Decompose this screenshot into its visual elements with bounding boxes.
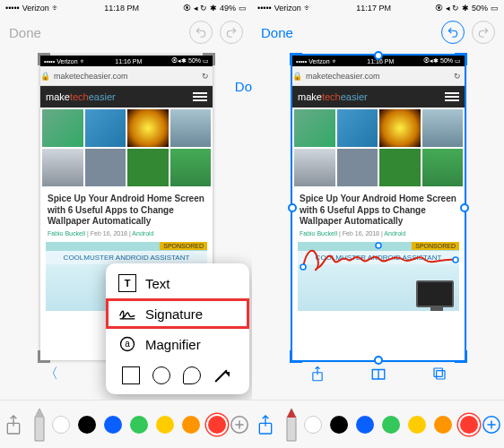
shape-square-icon[interactable] xyxy=(122,366,140,384)
add-button[interactable] xyxy=(226,415,252,435)
article-headline: Spice Up Your Android Home Screen with 6… xyxy=(48,194,205,228)
share-icon[interactable] xyxy=(310,366,325,382)
crop-handle-icon[interactable] xyxy=(290,53,302,65)
redo-button[interactable] xyxy=(220,21,243,44)
markup-top-bar: Done xyxy=(0,16,252,48)
done-button[interactable]: Done xyxy=(261,25,293,40)
shape-speech-icon[interactable] xyxy=(183,366,201,384)
thumb-pager xyxy=(292,363,465,384)
shape-arrow-icon[interactable] xyxy=(213,366,233,386)
swatch-orange[interactable] xyxy=(434,416,452,434)
crop-handle-icon[interactable] xyxy=(38,350,50,363)
color-swatches xyxy=(304,416,478,434)
screenshot-thumbnail[interactable]: ••••• Verizon ᯤ11:16 PM⦿◂✱ 50% ▭ 🔒makete… xyxy=(292,56,465,360)
swatch-white[interactable] xyxy=(304,416,322,434)
ios-status-bar: •••••Verizonᯤ 11:18 PM ⦿ ◂ ↻ ✱49%▭ xyxy=(0,0,252,16)
swatch-black[interactable] xyxy=(78,416,96,434)
pen-tool[interactable] xyxy=(278,407,304,443)
shape-circle-icon[interactable] xyxy=(152,366,170,384)
swatch-green[interactable] xyxy=(382,416,400,434)
article-block: Spice Up Your Android Home Screen with 6… xyxy=(292,188,465,238)
swatch-blue[interactable] xyxy=(356,416,374,434)
screenshot-right: •••••Verizonᯤ 11:17 PM ⦿ ◂ ↻ ✱50%▭ Done … xyxy=(252,0,504,448)
hamburger-icon xyxy=(193,92,207,101)
article-block: Spice Up Your Android Home Screen with 6… xyxy=(40,188,213,238)
text-icon: T xyxy=(118,274,136,292)
swatch-yellow[interactable] xyxy=(408,416,426,434)
swatch-orange[interactable] xyxy=(182,416,200,434)
markup-toolbar xyxy=(252,400,504,448)
mini-status-bar: ••••• Verizon ᯤ11:16 PM⦿◂✱ 50% ▭ xyxy=(40,56,213,66)
redo-button[interactable] xyxy=(472,21,495,44)
safari-address-bar: 🔒maketecheasier.com↻ xyxy=(40,66,213,86)
swatch-black[interactable] xyxy=(330,416,348,434)
crop-handle-icon[interactable] xyxy=(290,350,302,363)
crop-handle-icon[interactable] xyxy=(455,350,467,363)
site-header: maketecheasier xyxy=(40,86,213,108)
color-swatches xyxy=(52,416,226,434)
crop-handle-icon[interactable] xyxy=(288,203,297,212)
lock-icon: 🔒 xyxy=(40,72,50,81)
svg-text:a: a xyxy=(125,339,130,349)
article-image-grid xyxy=(292,108,465,188)
sponsored-badge: SPONSORED xyxy=(412,242,459,250)
next-done-peek: Do xyxy=(235,79,252,94)
shape-row xyxy=(106,359,249,390)
swatch-red[interactable] xyxy=(208,416,226,434)
ios-status-bar: •••••Verizonᯤ 11:17 PM ⦿ ◂ ↻ ✱50%▭ xyxy=(252,0,504,16)
svg-rect-12 xyxy=(437,371,445,379)
done-button[interactable]: Done xyxy=(9,25,41,40)
crop-handle-icon[interactable] xyxy=(38,53,50,65)
article-byline: Fabio Buckell | Feb 16, 2018 | Android xyxy=(48,230,205,237)
swatch-yellow[interactable] xyxy=(156,416,174,434)
lock-icon: 🔒 xyxy=(292,72,302,81)
crop-handle-icon[interactable] xyxy=(455,53,467,65)
sponsored-title: COOLMUSTER ANDROID ASSISTANT xyxy=(46,251,207,264)
undo-button[interactable] xyxy=(441,21,465,44)
prev-page-icon[interactable]: 〈 xyxy=(44,365,58,383)
swatch-blue[interactable] xyxy=(104,416,122,434)
add-signature-option[interactable]: Signature xyxy=(106,298,249,329)
signature-icon xyxy=(118,305,136,323)
article-headline: Spice Up Your Android Home Screen with 6… xyxy=(300,194,457,228)
sponsored-badge: SPONSORED xyxy=(160,242,207,250)
crop-handle-icon[interactable] xyxy=(374,51,383,60)
bookmarks-icon[interactable] xyxy=(370,366,387,381)
undo-button[interactable] xyxy=(189,21,213,44)
site-logo: maketecheasier xyxy=(298,91,368,102)
pen-tool[interactable] xyxy=(26,407,52,443)
monitor-icon xyxy=(416,280,454,307)
article-image-grid xyxy=(40,108,213,188)
tabs-icon[interactable] xyxy=(432,366,447,381)
site-header: maketecheasier xyxy=(292,86,465,108)
safari-address-bar: 🔒maketecheasier.com↻ xyxy=(292,66,465,86)
sponsored-block: SPONSORED COOLMUSTER ANDROID ASSISTANT xyxy=(298,242,459,311)
add-text-option[interactable]: T Text xyxy=(106,268,249,298)
add-button[interactable] xyxy=(478,415,504,435)
magnifier-icon: a xyxy=(118,335,136,353)
share-button[interactable] xyxy=(252,414,278,435)
reload-icon: ↻ xyxy=(202,72,209,81)
share-button[interactable] xyxy=(0,414,26,435)
hamburger-icon xyxy=(445,92,459,101)
add-magnifier-option[interactable]: a Magnifier xyxy=(106,329,249,359)
article-byline: Fabio Buckell | Feb 16, 2018 | Android xyxy=(300,230,457,237)
site-logo: maketecheasier xyxy=(46,91,116,102)
swatch-white[interactable] xyxy=(52,416,70,434)
screenshot-left: •••••Verizonᯤ 11:18 PM ⦿ ◂ ↻ ✱49%▭ Done … xyxy=(0,0,252,448)
swatch-green[interactable] xyxy=(130,416,148,434)
markup-top-bar: Done xyxy=(252,16,504,48)
crop-handle-icon[interactable] xyxy=(203,53,215,65)
crop-handle-icon[interactable] xyxy=(460,203,469,212)
svg-rect-11 xyxy=(434,368,442,376)
sponsored-title: COOLMUSTER ANDROID ASSISTANT xyxy=(298,251,459,264)
swatch-red[interactable] xyxy=(460,416,478,434)
add-menu-popover: T Text Signature a Magnifier xyxy=(106,263,249,394)
reload-icon: ↻ xyxy=(454,72,461,81)
markup-toolbar xyxy=(0,400,252,448)
